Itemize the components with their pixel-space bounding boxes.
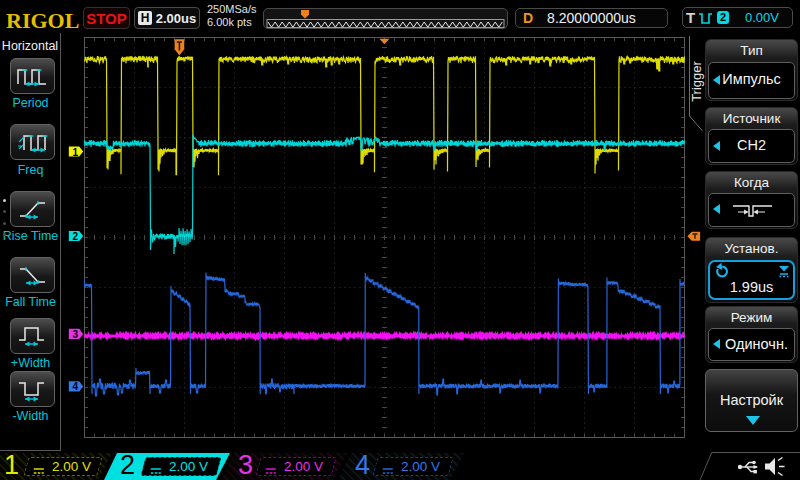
svg-text:4: 4 — [73, 381, 79, 392]
svg-text:3: 3 — [73, 329, 79, 340]
svg-text:2: 2 — [73, 231, 79, 242]
svg-text:1: 1 — [73, 147, 79, 158]
